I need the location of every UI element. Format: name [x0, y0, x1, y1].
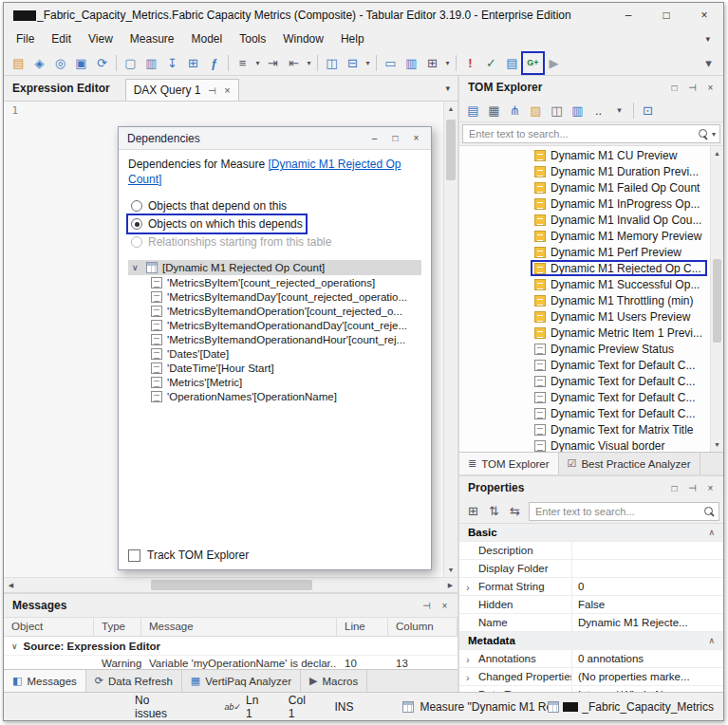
share-button[interactable]: ◎ — [50, 53, 70, 73]
tom-item-dynamic-text-for-default-c[interactable]: Dynamic Text for Default C... — [459, 389, 710, 405]
tab-vertipaq-analyzer[interactable]: ▦VertiPaq Analyzer — [182, 670, 301, 692]
tom-item-dynamic-m1-invalid-op-cou[interactable]: Dynamic M1 Invalid Op Cou... — [459, 212, 710, 228]
collapse-icon[interactable]: ∧ — [708, 636, 723, 645]
sync-selection-button[interactable]: ⊡ — [638, 101, 658, 121]
edit-query-button[interactable]: ▥ — [141, 53, 161, 73]
open-model-button[interactable]: ▤ — [9, 53, 28, 73]
float-panel-icon[interactable]: □ — [665, 479, 683, 496]
scroll-down-icon[interactable]: ▼ — [711, 437, 723, 452]
tom-item-dynamic-m1-inprogress-op[interactable]: Dynamic M1 InProgress Op... — [459, 195, 710, 212]
goto-button[interactable]: G+ — [523, 53, 543, 73]
outdent-button[interactable]: ⇤ — [284, 53, 304, 73]
chevron-expanded-icon[interactable]: ∨ — [132, 263, 141, 272]
pin-icon[interactable]: ⊤ — [419, 597, 436, 615]
column-header-type[interactable]: Type — [94, 618, 141, 636]
tab-messages[interactable]: ◧Messages — [4, 670, 86, 692]
dependency-node[interactable]: 'MetricsByItemandOperationandHour'[count… — [128, 332, 421, 346]
vertical-scroll-track[interactable] — [444, 116, 457, 563]
tab-best-practice-analyzer[interactable]: ☑Best Practice Analyzer — [559, 453, 700, 474]
tom-item-dynamic-text-for-default-c[interactable]: Dynamic Text for Default C... — [459, 373, 710, 389]
messages-view-button[interactable]: ▥ — [401, 53, 421, 73]
editor-horizontal-scrollbar[interactable]: ◀ ▶ — [4, 577, 457, 592]
radio-option-objects-on-which-this-depends[interactable]: Objects on which this depends — [128, 215, 306, 232]
check-model-button[interactable]: ✓ — [481, 53, 501, 73]
tables-view-button[interactable]: ▦ — [484, 101, 504, 121]
tom-item-dynamic-m1-throttling-min[interactable]: Dynamic M1 Throttling (min) — [459, 292, 710, 308]
property-format-string[interactable]: ›Format String0 — [459, 578, 723, 596]
radio-button[interactable] — [131, 218, 142, 230]
dialog-title-bar[interactable]: Dependencies – □ × — [119, 127, 431, 150]
dependency-root-node[interactable]: ∨[Dynamic M1 Rejected Op Count] — [128, 260, 421, 275]
tom-item-dynamic-m1-duration-previ[interactable]: Dynamic M1 Duration Previ... — [459, 163, 710, 179]
menu-model[interactable]: Model — [183, 28, 232, 49]
pin-icon[interactable]: ⊤ — [684, 79, 701, 97]
relationships-button[interactable]: ⋔ — [505, 101, 525, 121]
format-dax-button-caret[interactable]: ▾ — [253, 59, 262, 67]
expand-collapse-button[interactable]: ⇆ — [505, 501, 525, 521]
pin-icon[interactable]: ⊤ — [207, 86, 217, 95]
tab-data-refresh[interactable]: ⟳Data Refresh — [86, 670, 182, 692]
tab-dax-query-1[interactable]: DAX Query 1 ⊤ × — [125, 79, 239, 101]
expand-icon[interactable]: › — [466, 582, 470, 592]
close-panel-icon[interactable]: × — [436, 597, 454, 614]
column-header-column[interactable]: Column — [388, 618, 457, 636]
tom-item-dynamic-m1-successful-op[interactable]: Dynamic M1 Successful Op... — [459, 276, 710, 292]
error-list-button[interactable]: ! — [460, 53, 480, 73]
property-value[interactable]: 0 annotations — [571, 650, 723, 667]
property-value[interactable]: 0 — [571, 578, 723, 595]
property-annotations[interactable]: ›Annotations0 annotations — [459, 650, 723, 668]
close-tab-icon[interactable]: × — [224, 84, 230, 96]
diagram-button[interactable]: ◫ — [322, 53, 342, 73]
properties-search-input[interactable] — [535, 506, 701, 517]
preview-table-button[interactable]: ⊞ — [183, 53, 203, 73]
minimize-button[interactable]: – — [609, 3, 647, 28]
layout-button[interactable]: ⊞ — [422, 53, 442, 73]
float-panel-icon[interactable]: □ — [665, 79, 683, 96]
property-value[interactable]: (No properties marke... — [571, 668, 723, 685]
dependency-node[interactable]: 'MetricsByItemandOperation'[count_reject… — [128, 304, 421, 318]
property-section-metadata[interactable]: Metadata∧ — [459, 632, 723, 650]
toolbar-overflow-button[interactable]: ▾ — [699, 53, 719, 73]
close-panel-icon[interactable]: × — [701, 79, 719, 96]
model-view-button[interactable]: ▤ — [463, 101, 483, 121]
dependency-node[interactable]: 'OperationNames'[OperationName] — [128, 389, 421, 403]
menu-help[interactable]: Help — [332, 28, 373, 49]
import-button[interactable]: ↧ — [162, 53, 182, 73]
dependency-node[interactable]: 'Dates'[Date] — [128, 346, 421, 361]
partitions-button[interactable]: ◫ — [547, 101, 567, 121]
tom-item-dynamic-m1-rejected-op-c[interactable]: Dynamic M1 Rejected Op C... — [459, 260, 710, 276]
dependency-node[interactable]: 'Metrics'[Metric] — [128, 375, 421, 389]
tom-item-dynamic-m1-cu-preview[interactable]: Dynamic M1 CU Preview — [459, 147, 710, 163]
outdent-button-caret[interactable]: ▾ — [305, 59, 313, 67]
deploy-button[interactable]: ◈ — [29, 53, 49, 73]
tom-item-dynamic-preview-status[interactable]: Dynamic Preview Status — [459, 341, 710, 357]
comment-button[interactable]: ▭ — [381, 53, 401, 73]
columns-button[interactable]: ▥ — [568, 101, 588, 121]
radio-button[interactable] — [131, 236, 142, 248]
property-name[interactable]: NameDynamic M1 Rejecte... — [459, 614, 723, 632]
tom-item-dynamic-text-for-default-c[interactable]: Dynamic Text for Default C... — [459, 405, 710, 421]
tab-macros[interactable]: ▶Macros — [301, 670, 367, 692]
search-icon[interactable] — [704, 506, 715, 517]
dax-script-button[interactable]: ƒ — [204, 53, 224, 73]
tom-item-dynamic-text-for-default-c[interactable]: Dynamic Text for Default C... — [459, 357, 710, 373]
new-query-button[interactable]: ▢ — [121, 53, 140, 73]
indent-button[interactable]: ⇥ — [263, 53, 283, 73]
search-icon[interactable] — [699, 128, 709, 139]
dependency-node[interactable]: 'DateTime'[Hour Start] — [128, 361, 421, 375]
run-button[interactable]: ▶ — [544, 53, 564, 73]
maximize-button[interactable]: □ — [647, 3, 685, 28]
expand-icon[interactable]: › — [466, 654, 470, 664]
property-value[interactable]: False — [571, 596, 723, 613]
dialog-maximize-button[interactable]: □ — [386, 130, 404, 146]
menu-edit[interactable]: Edit — [43, 28, 80, 49]
layout-button-caret[interactable]: ▾ — [443, 59, 452, 67]
property-hidden[interactable]: HiddenFalse — [459, 596, 723, 614]
column-header-message[interactable]: Message — [141, 618, 337, 636]
radio-option-relationships-starting-from-this-table[interactable]: Relationships starting from this table — [128, 233, 334, 251]
tom-search-input[interactable] — [469, 128, 696, 139]
search-options-icon[interactable]: ▾ — [712, 130, 716, 139]
property-display-folder[interactable]: Display Folder — [459, 560, 723, 578]
folders-button[interactable]: ▨ — [526, 101, 546, 121]
tom-item-dynamic-text-for-matrix-title[interactable]: Dynamic Text for Matrix Title — [459, 421, 710, 437]
